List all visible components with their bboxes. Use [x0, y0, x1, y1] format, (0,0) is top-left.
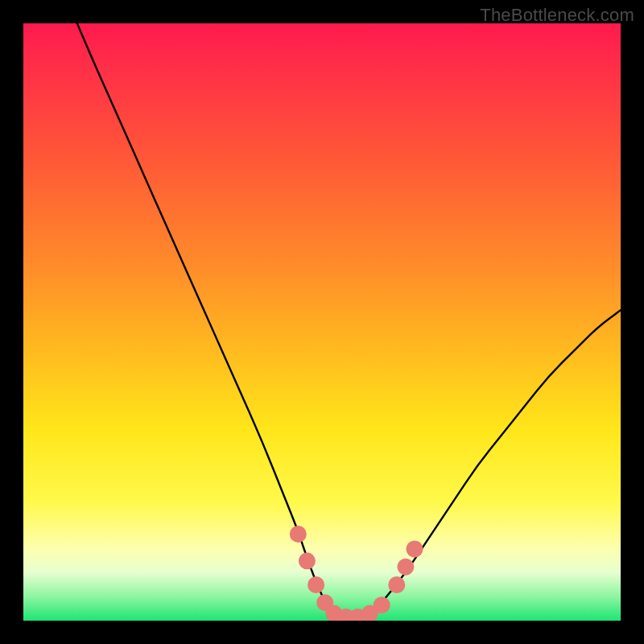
curve-svg: [23, 23, 621, 621]
highlight-dot: [299, 552, 316, 569]
watermark-text: TheBottleneck.com: [480, 5, 634, 26]
bottleneck-curve: [77, 23, 621, 621]
highlight-dot: [407, 541, 423, 558]
highlight-dot: [374, 597, 390, 613]
highlight-dot: [308, 576, 324, 593]
outer-frame: TheBottleneck.com: [0, 0, 644, 644]
highlight-dot: [397, 559, 414, 576]
highlight-dots: [290, 526, 423, 621]
highlight-dot: [290, 526, 307, 543]
highlight-dot: [388, 576, 405, 593]
plot-area: [23, 23, 621, 621]
